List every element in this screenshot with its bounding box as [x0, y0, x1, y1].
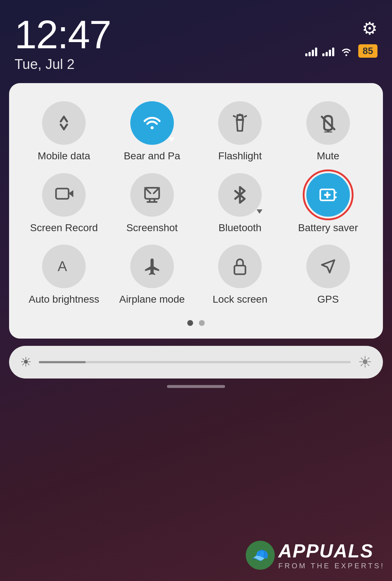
airplane-mode-label: Airplane mode [119, 293, 185, 306]
quick-tile-airplane-mode[interactable]: Airplane mode [108, 241, 196, 309]
screen-record-label: Screen Record [30, 222, 98, 234]
battery-saver-circle [306, 173, 350, 217]
time-section: 12:47 Tue, Jul 2 [15, 15, 111, 72]
screenshot-label: Screenshot [126, 222, 178, 234]
svg-line-17 [145, 188, 150, 193]
bluetooth-icon [230, 185, 249, 204]
quick-tile-wifi[interactable]: Bear and Pa [108, 98, 196, 166]
dot-1 [187, 320, 193, 326]
flashlight-circle [218, 101, 262, 145]
svg-line-6 [234, 116, 235, 117]
date: Tue, Jul 2 [15, 57, 111, 72]
wifi-label: Bear and Pa [124, 150, 180, 162]
appuals-logo: 🧢 APPUALS FROM THE EXPERTS! [246, 540, 385, 570]
svg-line-1 [64, 117, 67, 122]
brightness-fill [39, 361, 86, 363]
svg-line-18 [154, 188, 159, 193]
quick-settings-panel: Mobile data Bear and Pa [9, 83, 383, 339]
page-dots [20, 320, 372, 326]
lock-screen-icon [230, 257, 249, 276]
gps-circle [306, 245, 350, 288]
quick-tile-mobile-data[interactable]: Mobile data [20, 98, 108, 166]
settings-icon[interactable]: ⚙ [362, 18, 377, 38]
signal-area: 85 [305, 44, 377, 58]
lock-screen-circle [218, 245, 262, 288]
flashlight-icon [230, 114, 249, 132]
mute-label: Mute [317, 150, 339, 162]
quick-tile-screenshot[interactable]: Screenshot [108, 169, 196, 238]
bluetooth-circle [218, 173, 262, 217]
airplane-mode-icon [143, 257, 162, 276]
mute-icon [319, 114, 338, 132]
auto-brightness-circle: A [42, 245, 86, 288]
logo-main-text: APPUALS [278, 540, 385, 562]
brightness-max-icon: ☀ [358, 353, 372, 371]
mute-circle [306, 101, 350, 145]
quick-tile-lock-screen[interactable]: Lock screen [196, 241, 284, 309]
svg-rect-11 [56, 188, 69, 199]
brightness-track[interactable] [39, 361, 351, 363]
screen-record-circle [42, 173, 86, 217]
wifi-circle [130, 101, 174, 145]
logo-character: 🧢 [246, 541, 275, 570]
battery-saver-icon [319, 185, 338, 204]
svg-line-7 [245, 116, 246, 117]
battery-saver-label: Battery saver [298, 222, 358, 234]
mobile-data-circle [42, 101, 86, 145]
gps-label: GPS [317, 293, 339, 306]
mobile-data-label: Mobile data [38, 150, 90, 162]
flashlight-label: Flashlight [218, 150, 262, 162]
logo-text-block: APPUALS FROM THE EXPERTS! [278, 540, 385, 570]
bluetooth-label: Bluetooth [219, 222, 261, 234]
handle-bar [167, 385, 225, 388]
brightness-min-icon: ☀ [20, 355, 32, 370]
svg-text:A: A [58, 258, 67, 274]
svg-point-4 [150, 126, 154, 130]
status-bar: 12:47 Tue, Jul 2 ⚙ 85 [0, 0, 392, 72]
signal-bars-2 [322, 46, 334, 56]
auto-brightness-label: Auto brightness [29, 293, 99, 306]
quick-tile-mute[interactable]: Mute [284, 98, 372, 166]
bottom-handle [0, 385, 392, 388]
signal-bars-1 [305, 46, 317, 56]
quick-tile-screen-record[interactable]: Screen Record [20, 169, 108, 238]
screenshot-circle [130, 173, 174, 217]
gps-icon [319, 257, 338, 276]
quick-tile-auto-brightness[interactable]: A Auto brightness [20, 241, 108, 309]
screenshot-icon [143, 185, 162, 204]
watermark: 🧢 APPUALS FROM THE EXPERTS! [246, 540, 385, 570]
lock-screen-label: Lock screen [213, 293, 268, 306]
svg-line-3 [64, 124, 67, 129]
quick-tile-bluetooth[interactable]: Bluetooth [196, 169, 284, 238]
svg-rect-25 [234, 266, 245, 274]
quick-tile-flashlight[interactable]: Flashlight [196, 98, 284, 166]
auto-brightness-icon: A [54, 257, 73, 276]
screen-record-icon [54, 185, 73, 204]
battery-indicator: 85 [358, 44, 377, 58]
airplane-mode-circle [130, 245, 174, 288]
wifi-qs-icon [143, 114, 162, 132]
mobile-data-icon [54, 114, 73, 132]
quick-settings-grid: Mobile data Bear and Pa [20, 98, 372, 309]
quick-tile-battery-saver[interactable]: Battery saver [284, 169, 372, 238]
quick-tile-gps[interactable]: GPS [284, 241, 372, 309]
dot-2 [199, 320, 205, 326]
wifi-status-icon [339, 46, 353, 57]
clock: 12:47 [15, 15, 111, 54]
logo-sub-text: FROM THE EXPERTS! [278, 562, 385, 570]
brightness-slider-bar[interactable]: ☀ ☀ [9, 346, 383, 379]
